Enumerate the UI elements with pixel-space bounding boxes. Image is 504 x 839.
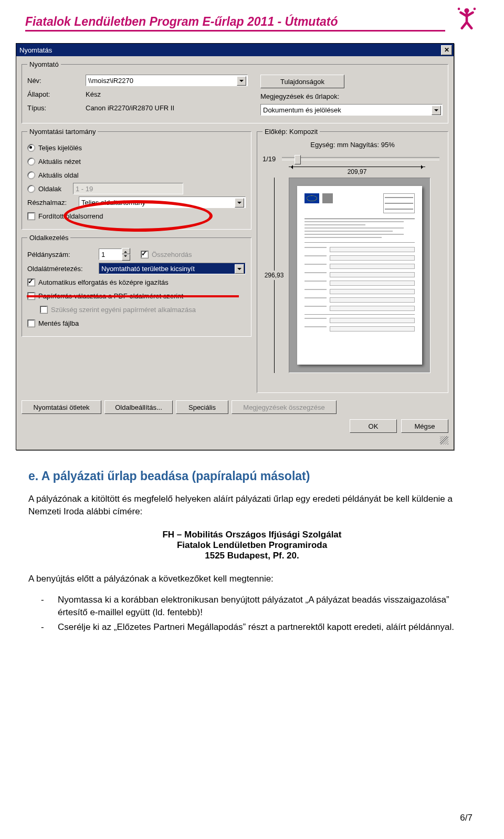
eu-flag-icon: [304, 193, 319, 203]
tips-button[interactable]: Nyomtatási ötletek: [22, 400, 101, 414]
annotation-ellipse: [64, 200, 213, 232]
save-label: Mentés fájlba: [38, 319, 79, 327]
li2: Cserélje ki az „Előzetes Partneri Megáll…: [58, 621, 454, 634]
page-title: Fiatalok Lendületben Program E-űrlap 201…: [25, 15, 445, 32]
preview-group: Előkép: Kompozit Egység: mm Nagyítás: 95…: [257, 128, 448, 393]
custom-check[interactable]: Szükség szerint egyéni papírméret alkalm…: [27, 304, 246, 315]
handling-legend: Oldalkezelés: [27, 234, 70, 242]
preview-canvas: [289, 178, 430, 373]
header-logo-icon: [455, 5, 479, 32]
radio-page-label: Aktuális oldal: [38, 171, 79, 179]
section-heading: e. A pályázati űrlap beadása (papíralapú…: [28, 469, 476, 483]
name-label: Név:: [27, 77, 82, 85]
addr1: FH – Mobilitás Országos Ifjúsági Szolgál…: [28, 530, 476, 540]
scale-label: Oldalátméretezés:: [27, 265, 96, 273]
custom-label: Szükség szerint egyéni papírméret alkalm…: [51, 306, 196, 314]
printer-select[interactable]: \\moisz\iR2270: [86, 75, 248, 86]
properties-button[interactable]: Tulajdonságok: [260, 75, 344, 88]
notes-select[interactable]: Dokumentum és jelölések: [260, 104, 443, 116]
pagesetup-button[interactable]: Oldalbeállítás...: [104, 400, 173, 414]
range-legend: Nyomtatási tartomány: [27, 128, 98, 136]
close-button[interactable]: ✕: [441, 45, 452, 55]
units-text: Egység: mm Nagyítás: 95%: [262, 141, 443, 149]
addr3: 1525 Budapest, Pf. 20.: [28, 551, 476, 561]
rotate-label: Automatikus elforgatás és középre igazít…: [38, 278, 169, 286]
para2: A benyújtás előtt a pályázónak a követke…: [28, 573, 476, 585]
radio-pages-label: Oldalak: [38, 185, 70, 193]
printer-legend: Nyomtató: [27, 60, 61, 68]
radio-view-label: Aktuális nézet: [38, 158, 81, 165]
pages-input[interactable]: 1 - 19: [73, 183, 183, 194]
summary-button[interactable]: Megjegyzések összegzése: [232, 400, 337, 414]
page-slider[interactable]: [282, 157, 439, 160]
dialog-titlebar: Nyomtatás ✕: [16, 44, 454, 56]
copies-value: 1: [99, 248, 122, 260]
radio-page[interactable]: Aktuális oldal: [27, 169, 246, 181]
width-dim: 209,97: [289, 167, 425, 175]
svg-point-2: [474, 8, 476, 11]
radio-all-label: Teljes kijelölés: [38, 144, 82, 152]
page-indicator: 1/19: [262, 155, 276, 163]
collate-label: Összehordás: [152, 251, 192, 258]
printer-group: Nyomtató Név: \\moisz\iR2270 Állapot: Ké…: [22, 60, 448, 123]
radio-view[interactable]: Aktuális nézet: [27, 156, 246, 167]
height-dim: 296,93: [262, 178, 286, 373]
dialog-title: Nyomtatás: [19, 46, 441, 54]
status-value: Kész: [86, 90, 101, 98]
special-button[interactable]: Speciális: [176, 400, 228, 414]
ok-button[interactable]: OK: [350, 419, 397, 433]
print-dialog: Nyomtatás ✕ Nyomtató Név: \\moisz\iR2270…: [16, 43, 454, 450]
radio-pages[interactable]: Oldalak1 - 19: [27, 183, 246, 194]
copies-label: Példányszám:: [27, 251, 96, 258]
save-check[interactable]: Mentés fájlba: [27, 317, 246, 329]
subset-label: Részhalmaz:: [27, 199, 76, 206]
page-number: 6/7: [460, 813, 472, 823]
preview-legend: Előkép: Kompozit: [262, 128, 320, 136]
collate-check[interactable]: [141, 251, 149, 258]
handling-group: Oldalkezelés Példányszám: 1 Összehordás …: [22, 234, 251, 337]
li1: Nyomtassa ki a korábban elektronikusan b…: [58, 594, 476, 619]
notes-label: Megjegyzések és űrlapok:: [260, 92, 339, 100]
status-label: Állapot:: [27, 90, 82, 98]
resize-grip-icon[interactable]: [440, 436, 448, 444]
scale-select[interactable]: Nyomtatható területbe kicsinyít: [99, 263, 246, 274]
radio-all[interactable]: Teljes kijelölés: [27, 142, 246, 153]
preview-page-icon: [297, 186, 422, 365]
annotation-underline: [27, 295, 239, 297]
para1: A pályázónak a kitöltött és megfelelő he…: [28, 493, 476, 518]
svg-point-1: [458, 8, 460, 11]
addr2: Fiatalok Lendületben Programiroda: [28, 540, 476, 551]
copies-down[interactable]: [122, 254, 130, 261]
cancel-button[interactable]: Mégse: [401, 419, 448, 433]
copies-stepper[interactable]: 1: [99, 248, 130, 261]
type-value: Canon iR2270/iR2870 UFR II: [86, 104, 174, 112]
copies-up[interactable]: [122, 248, 130, 254]
type-label: Típus:: [27, 104, 82, 112]
rotate-check[interactable]: Automatikus elforgatás és középre igazít…: [27, 276, 246, 288]
